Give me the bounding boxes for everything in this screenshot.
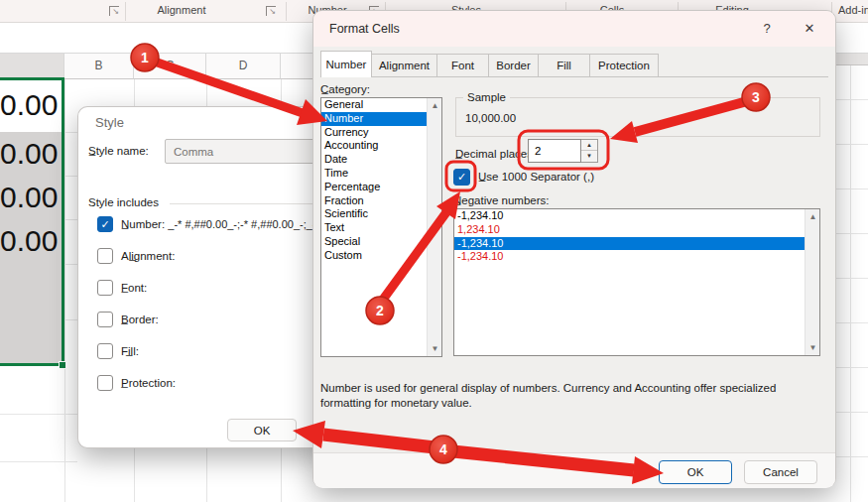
negative-option-red[interactable]: 1,234.10 (454, 223, 819, 237)
stepper-up-icon[interactable]: ▲ (581, 140, 597, 151)
active-cell-a1[interactable]: 0.00 (0, 79, 62, 132)
font-checkbox[interactable] (97, 280, 113, 296)
gridline (836, 188, 868, 189)
scroll-down-icon[interactable]: ▼ (428, 341, 442, 356)
style-name-input[interactable] (165, 139, 331, 164)
use-1000-separator-checkbox[interactable]: ✓ (453, 169, 470, 186)
category-currency[interactable]: Currency (321, 126, 441, 140)
use-1000-separator-label: U̲se 1000 Separator (,) (478, 171, 594, 183)
fill-include-label: Fi̲ll: (121, 345, 139, 357)
negative-option-red-minus[interactable]: -1,234.10 (454, 250, 819, 264)
style-dialog: Style S̲tyle name: Style includes ✓ N̲um… (77, 106, 330, 448)
protection-checkbox[interactable] (97, 375, 113, 391)
category-general[interactable]: General (321, 98, 441, 112)
selected-cell-a5[interactable] (0, 264, 62, 319)
number-include-label: N̲umber: _-* #,##0.00_-;-* #,##0.00_-;_- (121, 218, 329, 230)
stepper-down-icon[interactable]: ▼ (581, 151, 597, 162)
category-time[interactable]: Time (321, 167, 441, 181)
column-header-b[interactable]: B (64, 54, 134, 79)
gridline (836, 367, 868, 368)
format-cells-dialog: Format Cells ? ✕ Number Alignment Font B… (312, 10, 836, 488)
category-custom[interactable]: Custom (321, 249, 441, 263)
close-icon[interactable]: ✕ (800, 21, 819, 36)
gridline (836, 278, 868, 279)
selected-cell-a4[interactable]: 0.00 (0, 219, 62, 264)
tab-border[interactable]: Border (488, 54, 539, 77)
number-checkbox[interactable]: ✓ (97, 216, 113, 232)
column-header-right-sliver (836, 54, 868, 65)
scroll-up-icon[interactable]: ▲ (428, 98, 442, 113)
decimal-places-stepper[interactable]: ▲ ▼ (581, 139, 598, 163)
gridline (0, 461, 77, 462)
column-header-a-selected[interactable] (0, 54, 64, 79)
category-date[interactable]: Date (321, 153, 441, 167)
category-fraction[interactable]: Fraction (321, 194, 441, 208)
style-includes-label: Style includes (88, 196, 159, 208)
group-divider (170, 203, 331, 204)
gridline (836, 99, 868, 100)
category-scrollbar[interactable]: ▲ ▼ (427, 98, 441, 356)
decimal-places-input[interactable] (528, 139, 581, 163)
category-scientific[interactable]: Scientific (321, 207, 441, 221)
negative-option-black[interactable]: -1,234.10 (454, 209, 819, 223)
format-cells-cancel-button[interactable]: Cancel (744, 460, 817, 484)
sample-label: Sample (463, 91, 510, 103)
ribbon-group-alignment: Alignment (132, 4, 231, 19)
sample-value: 10,000.00 (465, 112, 516, 124)
scroll-up-icon[interactable]: ▲ (806, 209, 820, 224)
number-format-code: _-* #,##0.00_-;-* #,##0.00_-;_- (168, 218, 315, 230)
fill-checkbox[interactable] (97, 343, 113, 359)
font-include-label: F̲ont: (121, 282, 147, 294)
selection-border-right (62, 77, 64, 366)
category-accounting[interactable]: Accounting (321, 139, 441, 153)
scroll-down-icon[interactable]: ▼ (806, 340, 820, 355)
style-dialog-title: Style (95, 115, 124, 130)
border-include-label: B̲order: (121, 314, 159, 325)
negative-scrollbar[interactable]: ▲ ▼ (805, 209, 819, 355)
category-listbox: General Number Currency Accounting Date … (320, 97, 442, 357)
gridline (836, 144, 868, 145)
negative-numbers-listbox: -1,234.10 1,234.10 -1,234.10 -1,234.10 ▲… (453, 208, 820, 356)
tab-protection[interactable]: Protection (589, 54, 659, 77)
category-percentage[interactable]: Percentage (321, 181, 441, 194)
help-icon[interactable]: ? (757, 21, 777, 36)
ribbon-group-addins: Add-ins (838, 4, 868, 19)
style-ok-button[interactable]: OK (227, 419, 297, 441)
negative-option-selected[interactable]: -1,234.10 (454, 237, 819, 251)
column-header-c[interactable]: C (134, 54, 206, 79)
alignment-checkbox[interactable] (97, 248, 113, 264)
gridline (0, 414, 77, 415)
tab-alignment[interactable]: Alignment (371, 54, 437, 77)
selected-cell-a6[interactable] (0, 319, 62, 364)
ribbon-divider (125, 2, 126, 21)
format-cells-ok-button[interactable]: OK (659, 460, 732, 484)
alignment-include-label: Ali̲gnment: (121, 250, 175, 262)
format-cells-title: Format Cells (329, 22, 400, 36)
selection-border-bottom (0, 363, 64, 366)
category-label: C̲ategory: (320, 83, 370, 95)
selection-fill-handle[interactable] (59, 361, 66, 369)
border-checkbox[interactable] (97, 312, 113, 327)
selection-border-top (0, 77, 64, 80)
dialog-launcher-icon[interactable]: ↘ (109, 6, 119, 16)
category-special[interactable]: Special (321, 235, 441, 249)
gridline (836, 412, 868, 413)
category-number[interactable]: Number (321, 112, 441, 126)
tab-number[interactable]: Number (320, 51, 372, 77)
gridline (836, 233, 868, 234)
gridline (64, 79, 65, 502)
ribbon-divider (286, 2, 287, 21)
selected-cell-a2[interactable]: 0.00 (0, 132, 62, 176)
screen: Alignment Number Styles Cells Editing Ad… (0, 0, 868, 502)
gridline (836, 456, 868, 457)
gridline (850, 65, 851, 502)
tab-fill[interactable]: Fill (538, 54, 590, 77)
selected-cell-a3[interactable]: 0.00 (0, 176, 62, 219)
column-header-d[interactable]: D (206, 54, 281, 79)
category-text[interactable]: Text (321, 221, 441, 235)
number-include-text: N̲umber: (121, 218, 165, 230)
tab-font[interactable]: Font (436, 54, 489, 77)
alignment-dialog-launcher-icon[interactable]: ↘ (266, 6, 276, 16)
protection-include-label: P̲rotection: (121, 377, 176, 389)
decimal-places-label: D̲ecimal places: (455, 148, 536, 160)
